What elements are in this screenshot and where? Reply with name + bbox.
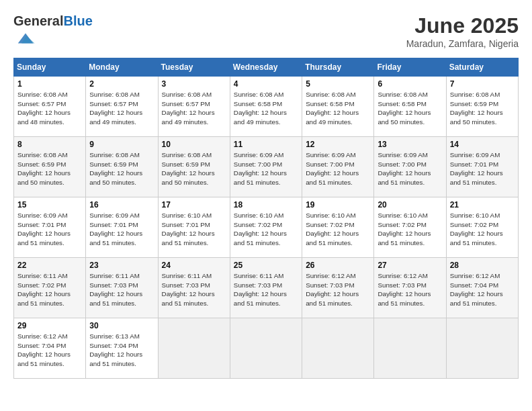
day-info: Sunrise: 6:08 AMSunset: 6:57 PMDaylight:… [162, 90, 226, 127]
calendar-cell: 20Sunrise: 6:10 AMSunset: 7:02 PMDayligh… [374, 197, 446, 258]
calendar-cell: 24Sunrise: 6:11 AMSunset: 7:03 PMDayligh… [158, 258, 230, 318]
calendar-cell: 21Sunrise: 6:10 AMSunset: 7:02 PMDayligh… [446, 197, 518, 258]
logo-general: General [13, 13, 63, 28]
calendar-cell: 5Sunrise: 6:08 AMSunset: 6:58 PMDaylight… [302, 77, 374, 137]
day-info: Sunrise: 6:09 AMSunset: 7:00 PMDaylight:… [306, 150, 370, 187]
day-info: Sunrise: 6:12 AMSunset: 7:03 PMDaylight:… [306, 271, 370, 308]
day-info: Sunrise: 6:08 AMSunset: 6:58 PMDaylight:… [378, 90, 442, 127]
calendar-cell: 15Sunrise: 6:09 AMSunset: 7:01 PMDayligh… [14, 197, 86, 258]
week-row-5: 29Sunrise: 6:12 AMSunset: 7:04 PMDayligh… [14, 318, 519, 379]
calendar-cell: 3Sunrise: 6:08 AMSunset: 6:57 PMDaylight… [158, 77, 230, 137]
calendar-cell: 8Sunrise: 6:08 AMSunset: 6:59 PMDaylight… [14, 137, 86, 197]
day-info: Sunrise: 6:11 AMSunset: 7:03 PMDaylight:… [162, 271, 226, 308]
day-info: Sunrise: 6:09 AMSunset: 7:00 PMDaylight:… [234, 150, 298, 187]
weekday-header-monday: Monday [86, 58, 158, 77]
day-number: 6 [378, 79, 442, 89]
calendar-cell [230, 318, 302, 379]
day-number: 20 [378, 200, 442, 210]
logo-icon [15, 28, 36, 48]
calendar-cell: 28Sunrise: 6:12 AMSunset: 7:04 PMDayligh… [446, 258, 518, 318]
weekday-header-tuesday: Tuesday [158, 58, 230, 77]
calendar-cell: 29Sunrise: 6:12 AMSunset: 7:04 PMDayligh… [14, 318, 86, 379]
day-number: 14 [450, 140, 515, 149]
location: Maradun, Zamfara, Nigeria [406, 38, 519, 49]
day-info: Sunrise: 6:09 AMSunset: 7:01 PMDaylight:… [17, 211, 82, 248]
calendar-cell: 19Sunrise: 6:10 AMSunset: 7:02 PMDayligh… [302, 197, 374, 258]
day-info: Sunrise: 6:08 AMSunset: 6:59 PMDaylight:… [17, 150, 82, 187]
weekday-header-thursday: Thursday [302, 58, 374, 77]
calendar-cell: 26Sunrise: 6:12 AMSunset: 7:03 PMDayligh… [302, 258, 374, 318]
day-info: Sunrise: 6:09 AMSunset: 7:01 PMDaylight:… [450, 150, 515, 187]
day-info: Sunrise: 6:11 AMSunset: 7:03 PMDaylight:… [234, 271, 298, 308]
day-info: Sunrise: 6:08 AMSunset: 6:59 PMDaylight:… [89, 150, 154, 187]
calendar-cell: 12Sunrise: 6:09 AMSunset: 7:00 PMDayligh… [302, 137, 374, 197]
day-number: 26 [306, 261, 370, 270]
day-info: Sunrise: 6:08 AMSunset: 6:59 PMDaylight:… [162, 150, 226, 187]
day-number: 17 [162, 200, 226, 210]
calendar-cell: 7Sunrise: 6:08 AMSunset: 6:59 PMDaylight… [446, 77, 518, 137]
calendar-cell: 9Sunrise: 6:08 AMSunset: 6:59 PMDaylight… [86, 137, 158, 197]
day-number: 9 [89, 140, 154, 149]
calendar-cell [302, 318, 374, 379]
calendar-cell: 6Sunrise: 6:08 AMSunset: 6:58 PMDaylight… [374, 77, 446, 137]
day-info: Sunrise: 6:09 AMSunset: 7:00 PMDaylight:… [378, 150, 442, 187]
calendar-cell: 11Sunrise: 6:09 AMSunset: 7:00 PMDayligh… [230, 137, 302, 197]
day-number: 21 [450, 200, 515, 210]
day-info: Sunrise: 6:10 AMSunset: 7:02 PMDaylight:… [378, 211, 442, 248]
day-number: 3 [162, 79, 226, 89]
weekday-header-saturday: Saturday [446, 58, 518, 77]
day-number: 19 [306, 200, 370, 210]
calendar-cell: 22Sunrise: 6:11 AMSunset: 7:02 PMDayligh… [14, 258, 86, 318]
day-number: 8 [17, 140, 82, 149]
calendar-cell: 23Sunrise: 6:11 AMSunset: 7:03 PMDayligh… [86, 258, 158, 318]
day-info: Sunrise: 6:09 AMSunset: 7:01 PMDaylight:… [89, 211, 154, 248]
day-number: 12 [306, 140, 370, 149]
week-row-1: 1Sunrise: 6:08 AMSunset: 6:57 PMDaylight… [14, 77, 519, 137]
day-number: 13 [378, 140, 442, 149]
calendar-cell: 2Sunrise: 6:08 AMSunset: 6:57 PMDaylight… [86, 77, 158, 137]
day-number: 23 [89, 261, 154, 270]
day-info: Sunrise: 6:08 AMSunset: 6:58 PMDaylight:… [234, 90, 298, 127]
day-info: Sunrise: 6:10 AMSunset: 7:02 PMDaylight:… [450, 211, 515, 248]
day-info: Sunrise: 6:11 AMSunset: 7:03 PMDaylight:… [89, 271, 154, 308]
week-row-3: 15Sunrise: 6:09 AMSunset: 7:01 PMDayligh… [14, 197, 519, 258]
day-number: 15 [17, 200, 82, 210]
weekday-header-wednesday: Wednesday [230, 58, 302, 77]
weekday-header-friday: Friday [374, 58, 446, 77]
calendar-cell: 18Sunrise: 6:10 AMSunset: 7:02 PMDayligh… [230, 197, 302, 258]
day-number: 5 [306, 79, 370, 89]
day-number: 18 [234, 200, 298, 210]
weekday-header-sunday: Sunday [14, 58, 86, 77]
day-number: 22 [17, 261, 82, 270]
day-number: 16 [89, 200, 154, 210]
calendar-cell: 13Sunrise: 6:09 AMSunset: 7:00 PMDayligh… [374, 137, 446, 197]
day-info: Sunrise: 6:08 AMSunset: 6:58 PMDaylight:… [306, 90, 370, 127]
month-title: June 2025 [406, 13, 519, 38]
logo: GeneralBlue [13, 13, 93, 51]
calendar-table: SundayMondayTuesdayWednesdayThursdayFrid… [13, 58, 519, 379]
calendar-cell: 10Sunrise: 6:08 AMSunset: 6:59 PMDayligh… [158, 137, 230, 197]
calendar-cell [446, 318, 518, 379]
day-number: 4 [234, 79, 298, 89]
day-number: 29 [17, 321, 82, 330]
day-info: Sunrise: 6:11 AMSunset: 7:02 PMDaylight:… [17, 271, 82, 308]
calendar-cell: 4Sunrise: 6:08 AMSunset: 6:58 PMDaylight… [230, 77, 302, 137]
day-number: 28 [450, 261, 515, 270]
calendar-cell: 17Sunrise: 6:10 AMSunset: 7:01 PMDayligh… [158, 197, 230, 258]
day-info: Sunrise: 6:10 AMSunset: 7:02 PMDaylight:… [306, 211, 370, 248]
day-number: 24 [162, 261, 226, 270]
day-number: 10 [162, 140, 226, 149]
day-info: Sunrise: 6:08 AMSunset: 6:57 PMDaylight:… [89, 90, 154, 127]
page-header: GeneralBlue June 2025 Maradun, Zamfara, … [13, 13, 519, 51]
day-number: 2 [89, 79, 154, 89]
day-info: Sunrise: 6:12 AMSunset: 7:04 PMDaylight:… [17, 332, 82, 369]
calendar-cell: 14Sunrise: 6:09 AMSunset: 7:01 PMDayligh… [446, 137, 518, 197]
calendar-cell [374, 318, 446, 379]
day-info: Sunrise: 6:12 AMSunset: 7:03 PMDaylight:… [378, 271, 442, 308]
weekday-header-row: SundayMondayTuesdayWednesdayThursdayFrid… [14, 58, 519, 77]
day-info: Sunrise: 6:10 AMSunset: 7:01 PMDaylight:… [162, 211, 226, 248]
week-row-2: 8Sunrise: 6:08 AMSunset: 6:59 PMDaylight… [14, 137, 519, 197]
week-row-4: 22Sunrise: 6:11 AMSunset: 7:02 PMDayligh… [14, 258, 519, 318]
day-info: Sunrise: 6:10 AMSunset: 7:02 PMDaylight:… [234, 211, 298, 248]
title-block: June 2025 Maradun, Zamfara, Nigeria [406, 13, 519, 49]
